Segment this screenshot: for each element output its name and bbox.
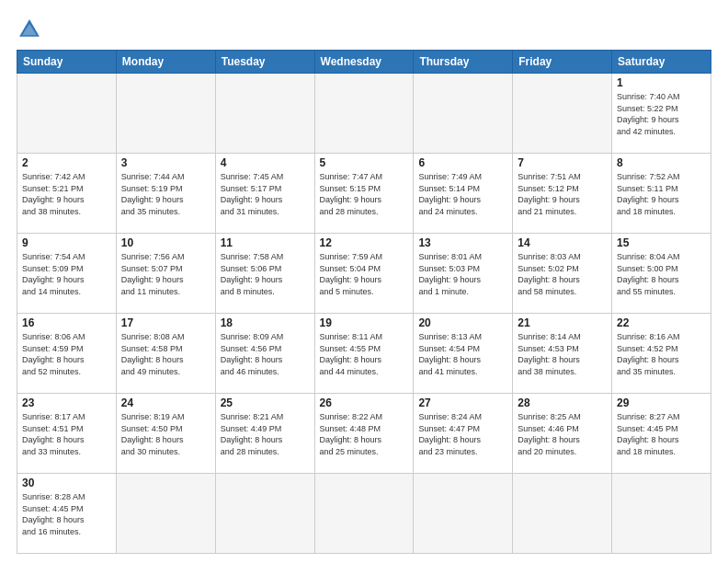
day-number: 13 [418,236,507,249]
calendar-cell: 2Sunrise: 7:42 AM Sunset: 5:21 PM Daylig… [17,154,117,234]
day-number: 23 [22,396,111,409]
day-number: 12 [320,236,409,249]
day-info: Sunrise: 8:11 AM Sunset: 4:55 PM Dayligh… [320,331,409,377]
calendar-cell: 17Sunrise: 8:08 AM Sunset: 4:58 PM Dayli… [116,314,215,394]
calendar-cell: 16Sunrise: 8:06 AM Sunset: 4:59 PM Dayli… [17,314,117,394]
calendar-cell: 5Sunrise: 7:47 AM Sunset: 5:15 PM Daylig… [314,154,414,234]
page: SundayMondayTuesdayWednesdayThursdayFrid… [0,0,728,563]
weekday-header: Friday [513,51,612,74]
day-info: Sunrise: 7:54 AM Sunset: 5:09 PM Dayligh… [22,251,111,297]
day-info: Sunrise: 8:06 AM Sunset: 4:59 PM Dayligh… [22,331,111,377]
calendar-cell: 15Sunrise: 8:04 AM Sunset: 5:00 PM Dayli… [612,234,711,314]
day-number: 21 [518,316,607,329]
calendar-cell [414,474,513,554]
calendar-cell: 13Sunrise: 8:01 AM Sunset: 5:03 PM Dayli… [414,234,513,314]
calendar-cell: 24Sunrise: 8:19 AM Sunset: 4:50 PM Dayli… [116,394,215,474]
day-number: 10 [121,236,210,249]
day-info: Sunrise: 7:42 AM Sunset: 5:21 PM Dayligh… [22,171,111,217]
day-info: Sunrise: 8:14 AM Sunset: 4:53 PM Dayligh… [518,331,607,377]
day-info: Sunrise: 8:09 AM Sunset: 4:56 PM Dayligh… [221,331,310,377]
day-number: 11 [221,236,310,249]
day-info: Sunrise: 8:27 AM Sunset: 4:45 PM Dayligh… [617,411,706,457]
day-number: 1 [617,76,706,89]
day-number: 29 [617,396,706,409]
day-info: Sunrise: 7:58 AM Sunset: 5:06 PM Dayligh… [221,251,310,297]
calendar-cell: 3Sunrise: 7:44 AM Sunset: 5:19 PM Daylig… [116,154,215,234]
calendar-cell: 28Sunrise: 8:25 AM Sunset: 4:46 PM Dayli… [513,394,612,474]
calendar-cell: 25Sunrise: 8:21 AM Sunset: 4:49 PM Dayli… [215,394,314,474]
calendar-cell [513,74,612,154]
day-info: Sunrise: 7:47 AM Sunset: 5:15 PM Dayligh… [320,171,409,217]
day-number: 17 [121,316,210,329]
logo [17,17,46,42]
day-info: Sunrise: 8:03 AM Sunset: 5:02 PM Dayligh… [518,251,607,297]
calendar-cell [215,474,314,554]
day-number: 30 [22,477,111,489]
calendar-cell: 11Sunrise: 7:58 AM Sunset: 5:06 PM Dayli… [215,234,314,314]
day-info: Sunrise: 8:22 AM Sunset: 4:48 PM Dayligh… [320,411,409,457]
calendar-cell: 29Sunrise: 8:27 AM Sunset: 4:45 PM Dayli… [612,394,711,474]
calendar-cell: 10Sunrise: 7:56 AM Sunset: 5:07 PM Dayli… [116,234,215,314]
day-info: Sunrise: 7:59 AM Sunset: 5:04 PM Dayligh… [320,251,409,297]
day-info: Sunrise: 7:51 AM Sunset: 5:12 PM Dayligh… [518,171,607,217]
day-info: Sunrise: 8:04 AM Sunset: 5:00 PM Dayligh… [617,251,706,297]
calendar-cell: 7Sunrise: 7:51 AM Sunset: 5:12 PM Daylig… [513,154,612,234]
calendar-cell [116,474,215,554]
calendar-cell [17,74,117,154]
calendar-cell [414,74,513,154]
day-number: 8 [617,156,706,169]
calendar-cell: 8Sunrise: 7:52 AM Sunset: 5:11 PM Daylig… [612,154,711,234]
weekday-header: Tuesday [215,51,314,74]
day-number: 4 [221,156,310,169]
day-info: Sunrise: 7:45 AM Sunset: 5:17 PM Dayligh… [221,171,310,217]
day-number: 14 [518,236,607,249]
day-number: 6 [418,156,507,169]
day-info: Sunrise: 8:17 AM Sunset: 4:51 PM Dayligh… [22,411,111,457]
calendar-cell [116,74,215,154]
day-number: 2 [22,156,111,169]
day-info: Sunrise: 7:49 AM Sunset: 5:14 PM Dayligh… [418,171,507,217]
day-info: Sunrise: 8:01 AM Sunset: 5:03 PM Dayligh… [418,251,507,297]
weekday-header: Thursday [414,51,513,74]
day-number: 3 [121,156,210,169]
logo-icon [17,17,42,42]
day-info: Sunrise: 8:16 AM Sunset: 4:52 PM Dayligh… [617,331,706,377]
calendar-cell: 14Sunrise: 8:03 AM Sunset: 5:02 PM Dayli… [513,234,612,314]
day-info: Sunrise: 7:44 AM Sunset: 5:19 PM Dayligh… [121,171,210,217]
day-number: 9 [22,236,111,249]
day-number: 27 [418,396,507,409]
calendar-cell: 27Sunrise: 8:24 AM Sunset: 4:47 PM Dayli… [414,394,513,474]
calendar-cell [513,474,612,554]
calendar-cell [314,74,414,154]
day-number: 22 [617,316,706,329]
calendar-cell: 18Sunrise: 8:09 AM Sunset: 4:56 PM Dayli… [215,314,314,394]
calendar-cell: 1Sunrise: 7:40 AM Sunset: 5:22 PM Daylig… [612,74,711,154]
day-info: Sunrise: 8:08 AM Sunset: 4:58 PM Dayligh… [121,331,210,377]
day-number: 20 [418,316,507,329]
calendar: SundayMondayTuesdayWednesdayThursdayFrid… [17,50,711,554]
day-info: Sunrise: 7:52 AM Sunset: 5:11 PM Dayligh… [617,171,706,217]
calendar-cell: 21Sunrise: 8:14 AM Sunset: 4:53 PM Dayli… [513,314,612,394]
day-number: 18 [221,316,310,329]
weekday-header: Sunday [17,51,117,74]
calendar-cell: 20Sunrise: 8:13 AM Sunset: 4:54 PM Dayli… [414,314,513,394]
day-number: 28 [518,396,607,409]
calendar-cell [612,474,711,554]
calendar-cell [215,74,314,154]
day-info: Sunrise: 8:21 AM Sunset: 4:49 PM Dayligh… [221,411,310,457]
calendar-cell: 30Sunrise: 8:28 AM Sunset: 4:45 PM Dayli… [17,474,117,554]
calendar-cell: 19Sunrise: 8:11 AM Sunset: 4:55 PM Dayli… [314,314,414,394]
calendar-cell: 6Sunrise: 7:49 AM Sunset: 5:14 PM Daylig… [414,154,513,234]
calendar-cell [314,474,414,554]
day-number: 5 [320,156,409,169]
day-number: 16 [22,316,111,329]
day-number: 26 [320,396,409,409]
calendar-cell: 23Sunrise: 8:17 AM Sunset: 4:51 PM Dayli… [17,394,117,474]
weekday-header: Monday [116,51,215,74]
day-info: Sunrise: 8:25 AM Sunset: 4:46 PM Dayligh… [518,411,607,457]
calendar-cell: 22Sunrise: 8:16 AM Sunset: 4:52 PM Dayli… [612,314,711,394]
calendar-cell: 26Sunrise: 8:22 AM Sunset: 4:48 PM Dayli… [314,394,414,474]
weekday-header: Wednesday [314,51,414,74]
calendar-cell: 9Sunrise: 7:54 AM Sunset: 5:09 PM Daylig… [17,234,117,314]
day-number: 24 [121,396,210,409]
